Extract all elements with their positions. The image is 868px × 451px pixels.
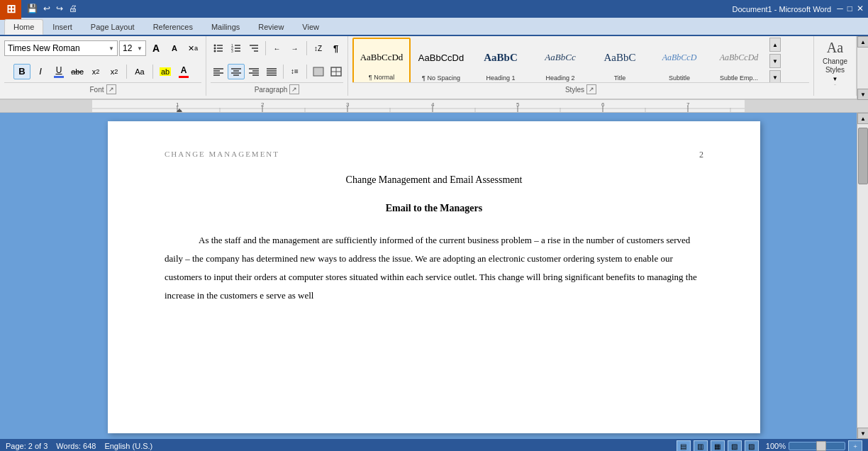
styles-expand-button[interactable]: ▼ <box>769 70 781 82</box>
document-area: CHANGE MANAGEMENT 2 Change Management an… <box>0 113 868 439</box>
style-subtitle[interactable]: AaBbCcD Subtitle <box>650 38 708 82</box>
multilevel-list-button[interactable] <box>245 40 262 56</box>
borders-button[interactable] <box>328 64 345 79</box>
line-spacing-button[interactable]: ↕≡ <box>286 64 304 79</box>
word-count: Words: 648 <box>56 442 96 450</box>
style-title-label: Title <box>614 74 626 82</box>
font-dialog-launcher[interactable]: ↗ <box>106 84 116 94</box>
style-heading2-label: Heading 2 <box>545 74 574 82</box>
show-hide-button[interactable]: ¶ <box>328 40 345 56</box>
outline-view[interactable]: ▧ <box>728 440 742 451</box>
tab-mailings[interactable]: Mailings <box>202 19 249 35</box>
web-layout-view[interactable]: ▦ <box>711 440 725 451</box>
sort-button[interactable]: ↕Z <box>310 40 327 56</box>
underline-icon: U <box>56 65 62 75</box>
paragraph-dialog-launcher[interactable]: ↗ <box>289 84 299 94</box>
italic-button[interactable]: I <box>32 64 49 79</box>
font-color-button[interactable]: A <box>175 64 192 79</box>
ribbon-scroll-down[interactable]: ▼ <box>857 89 868 100</box>
minimize-button[interactable]: ─ <box>837 4 843 14</box>
redo-qat-button[interactable]: ↪ <box>55 3 65 15</box>
tab-home[interactable]: Home <box>4 19 43 35</box>
header-page-number: 2 <box>699 150 703 160</box>
zoom-thumb[interactable] <box>816 441 826 451</box>
subscript-button[interactable]: x2 <box>87 64 104 79</box>
tab-insert[interactable]: Insert <box>43 19 82 35</box>
style-heading1[interactable]: AaBbC Heading 1 <box>472 38 530 82</box>
svg-text:4: 4 <box>431 101 435 108</box>
numbering-button[interactable]: 123 <box>228 40 245 56</box>
draft-view[interactable]: ▨ <box>745 440 759 451</box>
print-layout-view[interactable]: ▤ <box>677 440 691 451</box>
document-page[interactable]: CHANGE MANAGEMENT 2 Change Management an… <box>108 121 760 433</box>
page-header: CHANGE MANAGEMENT 2 <box>165 150 703 160</box>
superscript-button[interactable]: x2 <box>106 64 123 79</box>
svg-text:3: 3 <box>231 49 233 53</box>
shrink-font-button[interactable]: A <box>166 40 183 56</box>
styles-scroll-down[interactable]: ▼ <box>769 54 781 68</box>
style-subtle-emp-label: Subtle Emp... <box>720 74 758 82</box>
change-styles-icon: Aa <box>827 40 843 56</box>
bullets-button[interactable] <box>210 40 227 56</box>
doc-scroll-thumb[interactable] <box>858 128 868 184</box>
svg-text:2: 2 <box>261 101 265 108</box>
styles-scroll-up[interactable]: ▲ <box>769 38 781 52</box>
svg-rect-36 <box>0 100 92 113</box>
align-right-button[interactable] <box>245 64 262 79</box>
print-preview-qat-button[interactable]: 🖨 <box>67 3 79 15</box>
document-body[interactable]: As the staff and the management are suff… <box>165 231 703 305</box>
tab-page-layout[interactable]: Page Layout <box>82 19 144 35</box>
close-button[interactable]: ✕ <box>857 4 864 14</box>
undo-qat-button[interactable]: ↩ <box>42 3 52 15</box>
divider3 <box>265 41 266 55</box>
svg-rect-31 <box>313 67 323 76</box>
ribbon-top-bar: ⊞ 💾 ↩ ↪ 🖨 Document1 - Microsoft Word ─ □… <box>0 0 868 18</box>
styles-group-label: Styles ↗ <box>352 82 809 96</box>
zoom-slider[interactable] <box>789 442 845 450</box>
tab-review[interactable]: Review <box>249 19 293 35</box>
align-left-button[interactable] <box>210 64 227 79</box>
style-normal-label: ¶ Normal <box>369 74 394 81</box>
styles-label-text: Styles <box>565 86 584 94</box>
increase-indent-button[interactable]: → <box>286 40 304 56</box>
change-styles-button[interactable]: Aa ChangeStyles ▼ <box>823 38 847 84</box>
justify-button[interactable] <box>263 64 280 79</box>
style-title[interactable]: AaBbC Title <box>591 38 649 82</box>
style-heading2[interactable]: AaBbCc Heading 2 <box>531 38 589 82</box>
ruler: 1 2 3 4 5 6 7 <box>0 100 868 113</box>
style-normal[interactable]: AaBbCcDd ¶ Normal <box>352 38 411 82</box>
font-size-dropdown[interactable]: 12 ▼ <box>119 40 146 56</box>
decrease-indent-button[interactable]: ← <box>269 40 286 56</box>
align-center-button[interactable] <box>228 64 245 79</box>
ribbon-scroll-up[interactable]: ▲ <box>857 36 868 48</box>
grow-font-button[interactable]: A <box>148 40 165 56</box>
office-button[interactable]: ⊞ <box>0 0 21 20</box>
shading-button[interactable] <box>310 64 327 79</box>
doc-scroll-down[interactable]: ▼ <box>857 428 868 439</box>
divider5 <box>283 65 284 79</box>
style-subtle-emp[interactable]: AaBbCcDd Subtle Emp... <box>710 38 768 82</box>
body-text: As the staff and the management are suff… <box>165 235 697 301</box>
strikethrough-button[interactable]: abc <box>69 64 86 79</box>
maximize-button[interactable]: □ <box>847 4 852 14</box>
change-case-button[interactable]: Aa <box>130 64 149 79</box>
style-heading1-label: Heading 1 <box>486 74 515 82</box>
clear-formatting-button[interactable]: ✕a <box>184 40 201 56</box>
styles-group: AaBbCcDd ¶ Normal AaBbCcDd ¶ No Spacing … <box>348 36 814 96</box>
style-no-spacing-label: ¶ No Spacing <box>422 74 460 82</box>
font-name-arrow: ▼ <box>108 45 114 52</box>
paragraph-label-text: Paragraph <box>255 86 288 94</box>
bold-button[interactable]: B <box>13 64 30 79</box>
tab-view[interactable]: View <box>293 19 328 35</box>
status-bar: Page: 2 of 3 Words: 648 English (U.S.) ▤… <box>0 439 868 451</box>
save-qat-button[interactable]: 💾 <box>26 3 39 15</box>
styles-dialog-launcher[interactable]: ↗ <box>586 84 596 94</box>
font-name-dropdown[interactable]: Times New Roman ▼ <box>4 40 118 56</box>
doc-scroll-up[interactable]: ▲ <box>857 113 868 124</box>
full-reading-view[interactable]: ▥ <box>694 440 708 451</box>
highlight-button[interactable]: ab <box>157 64 174 79</box>
underline-button[interactable]: U <box>50 64 67 79</box>
style-no-spacing[interactable]: AaBbCcDd ¶ No Spacing <box>412 38 470 82</box>
zoom-in-button[interactable]: + <box>848 440 862 451</box>
tab-references[interactable]: References <box>144 19 202 35</box>
